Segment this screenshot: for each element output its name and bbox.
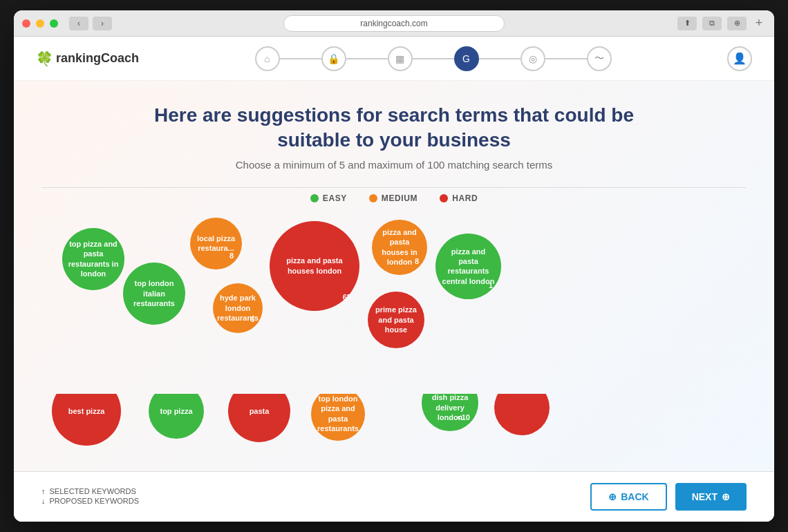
arrow-up-icon: ↑ [41, 487, 46, 495]
step-4-google[interactable]: G [454, 46, 479, 71]
back-nav-button[interactable]: ‹ [69, 17, 88, 30]
medium-label: MEDIUM [382, 193, 418, 203]
step-line-5 [545, 58, 587, 59]
bubble-organic-pizza[interactable]: oganic deep dish pizza delivery london <… [422, 394, 478, 431]
bubble-area: top pizza and pasta restaurants in londo… [41, 214, 747, 394]
bubble-pasta[interactable]: pasta [228, 394, 290, 442]
bubble-top-london-italian[interactable]: top london italian restaurants [123, 263, 185, 325]
next-label: NEXT [692, 491, 717, 502]
logo-text: rankingCoach [56, 51, 139, 66]
page-subtitle: Choose a minimum of 5 and maximum of 100… [41, 159, 747, 171]
app-header: 🍀 rankingCoach ⌂ 🔒 ▦ G ◎ 〜 👤 [14, 37, 774, 81]
legend-medium: MEDIUM [369, 193, 418, 203]
title-bar: ‹ › rankingcoach.com ⬆ ⧉ ⊕ + [14, 10, 774, 37]
hard-dot [440, 194, 448, 202]
pizza-central-count: 1 [489, 281, 493, 290]
bubble-extra[interactable] [494, 394, 550, 435]
step-1-home[interactable]: ⌂ [255, 46, 280, 71]
back-button[interactable]: ⊕ BACK [590, 483, 666, 511]
logo: 🍀 rankingCoach [36, 50, 139, 67]
close-button[interactable] [22, 19, 30, 28]
logo-icon: 🍀 [36, 50, 53, 67]
easy-dot [310, 194, 319, 202]
tabs-button[interactable]: ⧉ [702, 17, 722, 30]
organic-pizza-count: <10 [457, 412, 470, 422]
bubble-top-pizza[interactable]: top pizza [149, 394, 204, 439]
bubble-pizza-central-london[interactable]: pizza and pasta restaurants central lond… [435, 234, 501, 299]
bottom-bubbles: best pizza top pizza pasta top london pi… [41, 394, 747, 449]
user-icon[interactable]: 👤 [727, 46, 752, 71]
back-circle-icon: ⊕ [608, 491, 617, 502]
bubble-pizza-pasta-houses-in-london[interactable]: pizza and pasta houses in london 8 [372, 220, 427, 275]
action-buttons: ⊕ BACK NEXT ⊕ [590, 483, 747, 511]
bubble-prime-pizza[interactable]: prime pizza and pasta house [368, 292, 424, 348]
keywords-info: ↑ SELECTED KEYWORDS ↓ PROPOSED KEYWORDS [41, 487, 139, 506]
arrow-down-icon: ↓ [41, 497, 46, 505]
back-label: BACK [621, 491, 648, 502]
progress-steps: ⌂ 🔒 ▦ G ◎ 〜 [255, 46, 612, 71]
extensions-button[interactable]: ⊕ [727, 17, 747, 30]
bottom-bar: ↑ SELECTED KEYWORDS ↓ PROPOSED KEYWORDS … [14, 471, 774, 522]
minimize-button[interactable] [36, 19, 44, 28]
app-content: 🍀 rankingCoach ⌂ 🔒 ▦ G ◎ 〜 👤 Here are su… [14, 37, 774, 522]
share-button[interactable]: ⬆ [677, 17, 697, 30]
step-5-analytics[interactable]: ◎ [520, 46, 545, 71]
forward-nav-button[interactable]: › [93, 17, 112, 30]
page-title: Here are suggestions for search terms th… [41, 103, 747, 153]
proposed-keywords-label: PROPOSED KEYWORDS [50, 497, 140, 505]
bubble-top-london-pizza-pasta[interactable]: top london pizza and pasta restaurants [311, 394, 365, 441]
step-line-2 [346, 58, 388, 59]
legend-divider [41, 187, 747, 188]
hard-label: HARD [452, 193, 478, 203]
bubble-hyde-park[interactable]: hyde park london restaurants 6 [213, 283, 263, 333]
step-3-grid[interactable]: ▦ [388, 46, 413, 71]
step-line-4 [479, 58, 520, 59]
step-line-1 [280, 58, 321, 59]
step-6-wave[interactable]: 〜 [587, 46, 612, 71]
medium-dot [369, 194, 377, 202]
next-button[interactable]: NEXT ⊕ [675, 483, 747, 511]
bubble-top-pizza-pasta-london[interactable]: top pizza and pasta restaurants in londo… [62, 228, 124, 290]
traffic-lights [22, 19, 58, 28]
next-circle-icon: ⊕ [722, 491, 730, 502]
hyde-park-count: 6 [250, 314, 254, 324]
main-content: Here are suggestions for search terms th… [14, 81, 774, 471]
selected-keywords-label: SELECTED KEYWORDS [50, 487, 136, 495]
legend-hard: HARD [440, 193, 478, 203]
bubble-pizza-pasta-houses-london[interactable]: pizza and pasta houses london 65 [270, 221, 359, 311]
mac-window: ‹ › rankingcoach.com ⬆ ⧉ ⊕ + 🍀 rankingCo… [14, 10, 774, 522]
pizza-pasta-houses-count: 65 [343, 292, 351, 302]
legend: EASY MEDIUM HARD [41, 193, 747, 203]
bubble-best-pizza[interactable]: best pizza [52, 394, 121, 446]
legend-easy: EASY [310, 193, 347, 203]
step-2-lock[interactable]: 🔒 [321, 46, 346, 71]
easy-label: EASY [323, 193, 347, 203]
new-tab-button[interactable]: + [752, 17, 766, 30]
url-text: rankingcoach.com [360, 19, 427, 28]
pizza-pasta-in-london-count: 8 [415, 256, 419, 266]
local-pizza-count: 8 [229, 251, 234, 260]
bubble-local-pizza[interactable]: local pizza restaura... 8 [190, 218, 242, 269]
step-line-3 [413, 58, 454, 59]
maximize-button[interactable] [50, 19, 58, 28]
url-bar[interactable]: rankingcoach.com [283, 15, 505, 32]
